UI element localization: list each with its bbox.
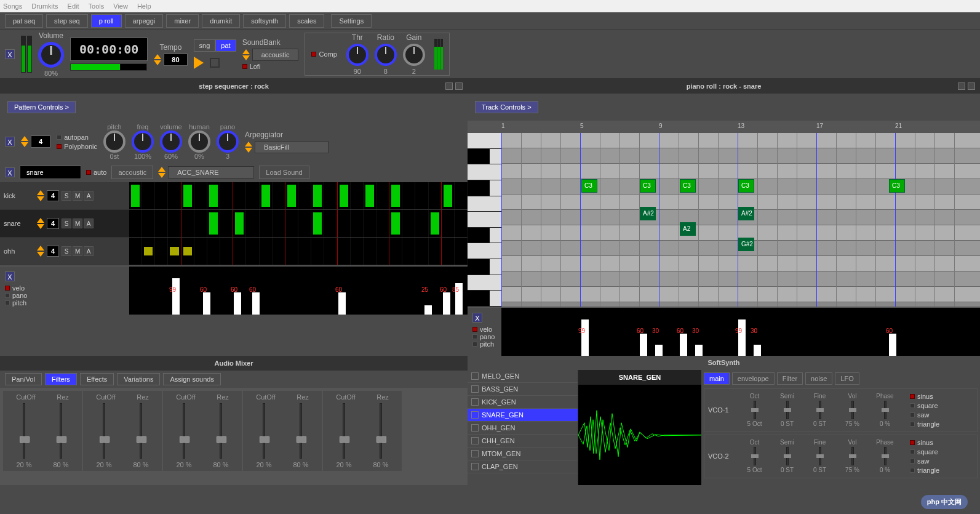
cutoff-fader[interactable] xyxy=(343,403,345,459)
tab-softsynth[interactable]: softsynth xyxy=(243,14,286,28)
step-cell[interactable] xyxy=(415,238,428,265)
soundbank-spinner[interactable] xyxy=(242,49,250,60)
track-head-kick[interactable]: kick 4 SMA xyxy=(0,182,129,209)
tab-patseq[interactable]: pat seq xyxy=(5,14,43,28)
velo-bar[interactable] xyxy=(252,292,260,315)
step-cell[interactable] xyxy=(324,182,337,209)
cutoff-fader[interactable] xyxy=(23,403,25,459)
stop-button[interactable] xyxy=(210,58,220,68)
synth-gen-melo_gen[interactable]: MELO_GEN xyxy=(468,370,578,383)
gen-checkbox[interactable] xyxy=(471,372,479,380)
track-spinner[interactable] xyxy=(37,190,44,201)
synth-tab-lfo[interactable]: LFO xyxy=(835,372,859,385)
comp-led[interactable] xyxy=(311,52,316,57)
piano-key[interactable] xyxy=(468,164,501,180)
piano-key[interactable] xyxy=(468,228,501,244)
step-cell[interactable] xyxy=(429,238,442,265)
seq-close[interactable]: X xyxy=(5,137,15,147)
step-cell[interactable] xyxy=(285,182,298,209)
piano-key[interactable] xyxy=(468,291,501,307)
step-cell[interactable] xyxy=(155,238,168,265)
track-head-snare[interactable]: snare 4 SMA xyxy=(0,210,129,237)
step-cell[interactable] xyxy=(298,210,311,237)
seq-knob-1[interactable] xyxy=(132,131,154,153)
mode-sng[interactable]: sng xyxy=(194,39,216,52)
arm-btn[interactable]: A xyxy=(84,246,94,256)
arp-spinner[interactable] xyxy=(245,142,252,153)
piano-key[interactable] xyxy=(468,133,501,149)
step-note[interactable] xyxy=(170,247,178,255)
step-cell[interactable] xyxy=(338,210,351,237)
wave-saw-led[interactable] xyxy=(910,459,915,464)
step-cell[interactable] xyxy=(402,210,415,237)
step-cell[interactable] xyxy=(207,182,220,209)
step-cell[interactable] xyxy=(442,238,455,265)
proll-velo-led[interactable] xyxy=(472,327,477,332)
pattern-controls-btn[interactable]: Pattern Controls > xyxy=(7,101,76,113)
step-cell[interactable] xyxy=(338,182,351,209)
synth-tab-main[interactable]: main xyxy=(704,372,730,385)
menu-drumkits[interactable]: Drumkits xyxy=(31,2,58,10)
menu-help[interactable]: Help xyxy=(137,2,151,10)
step-cell[interactable] xyxy=(311,238,324,265)
step-cell[interactable] xyxy=(246,210,259,237)
step-cell[interactable] xyxy=(260,182,273,209)
step-cell[interactable] xyxy=(402,238,415,265)
step-cell[interactable] xyxy=(181,182,194,209)
solo-btn[interactable]: S xyxy=(62,246,71,256)
vco-fader[interactable] xyxy=(819,447,821,465)
step-cell[interactable] xyxy=(389,210,402,237)
step-cell[interactable] xyxy=(129,238,142,265)
lofi-led[interactable] xyxy=(242,64,247,69)
step-cell[interactable] xyxy=(129,182,142,209)
solo-btn[interactable]: S xyxy=(62,191,71,201)
step-cell[interactable] xyxy=(194,238,207,265)
step-cell[interactable] xyxy=(233,182,246,209)
step-cell[interactable] xyxy=(364,238,376,265)
gen-checkbox[interactable] xyxy=(471,411,479,419)
step-cell[interactable] xyxy=(338,238,351,265)
gen-checkbox[interactable] xyxy=(471,398,479,406)
piano-key[interactable] xyxy=(468,243,501,259)
piano-key[interactable] xyxy=(468,196,501,212)
step-cell[interactable] xyxy=(168,210,181,237)
gen-checkbox[interactable] xyxy=(471,437,479,444)
tempo-spinner[interactable] xyxy=(154,54,161,65)
vco-fader[interactable] xyxy=(819,401,821,419)
pr-velo-bar[interactable] xyxy=(889,334,896,356)
gen-checkbox[interactable] xyxy=(471,385,479,393)
step-cell[interactable] xyxy=(311,210,324,237)
wave-square-led[interactable] xyxy=(910,449,915,454)
menu-edit[interactable]: Edit xyxy=(68,2,79,10)
step-cell[interactable] xyxy=(181,238,194,265)
step-cell[interactable] xyxy=(207,238,220,265)
mute-btn[interactable]: M xyxy=(73,219,82,228)
tab-arpeggi[interactable]: arpeggi xyxy=(125,14,164,28)
vco-fader[interactable] xyxy=(786,401,789,419)
piano-roll-cells[interactable]: C3C3C3C3C3A#2A#2A2G#2 xyxy=(501,133,980,307)
step-cell[interactable] xyxy=(324,238,337,265)
tab-stepseq[interactable]: step seq xyxy=(46,14,88,28)
mute-btn[interactable]: M xyxy=(73,191,82,201)
play-button[interactable] xyxy=(194,57,204,69)
step-note[interactable] xyxy=(365,185,374,207)
wave-sinus-led[interactable] xyxy=(910,394,915,399)
close-transport[interactable]: X xyxy=(5,49,15,59)
velo-led[interactable] xyxy=(5,286,10,291)
step-cell[interactable] xyxy=(142,182,155,209)
thr-knob[interactable] xyxy=(346,44,368,66)
step-cell[interactable] xyxy=(260,210,273,237)
step-note[interactable] xyxy=(313,212,322,235)
gen-checkbox[interactable] xyxy=(471,450,479,457)
step-cell[interactable] xyxy=(364,182,376,209)
rez-fader[interactable] xyxy=(300,403,302,459)
step-cell[interactable] xyxy=(376,238,389,265)
synth-gen-clap_gen[interactable]: CLAP_GEN xyxy=(468,460,578,473)
wave-saw-led[interactable] xyxy=(910,412,915,417)
step-cell[interactable] xyxy=(155,210,168,237)
step-cell[interactable] xyxy=(273,210,285,237)
step-cell[interactable] xyxy=(142,238,155,265)
velo-bar[interactable] xyxy=(338,292,346,315)
step-cell[interactable] xyxy=(168,238,181,265)
seq-spinner[interactable] xyxy=(21,136,28,147)
